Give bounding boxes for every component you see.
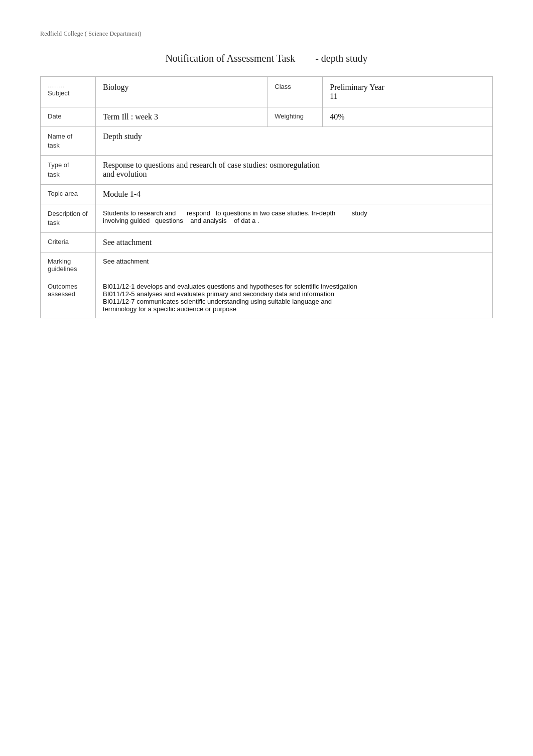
criteria-value: See attachment	[96, 233, 493, 253]
type-of-task-value: Response to questions and research of ca…	[96, 156, 493, 184]
subject-value: Biology	[96, 77, 268, 107]
assessment-table: ......... Subject Biology Class Prelimin…	[40, 76, 493, 318]
date-label: Date	[41, 107, 96, 127]
class-label: Class	[268, 77, 323, 107]
table-row-marking: Marking guidelines See attachment	[41, 253, 493, 278]
outcomes-value: BI011/12-1 develops and evaluates questi…	[96, 278, 493, 318]
description-value: Students to research and respond to ques…	[96, 204, 493, 232]
table-row-description: Description of task Students to research…	[41, 204, 493, 232]
weighting-label: Weighting	[268, 107, 323, 127]
table-row-topic: Topic area Module 1-4	[41, 184, 493, 204]
weighting-value: 40%	[323, 107, 493, 127]
institution-header: Redfield College ( Science Department)	[40, 30, 493, 38]
description-label: Description of task	[41, 204, 96, 232]
page-subtitle: - depth study	[315, 53, 367, 64]
name-of-task-label: Name of task	[41, 127, 96, 156]
class-value: Preliminary Year11	[323, 77, 493, 107]
topic-label: Topic area	[41, 184, 96, 204]
outcomes-label: Outcomes assessed	[41, 278, 96, 318]
page-title-row: Notification of Assessment Task - depth …	[40, 53, 493, 64]
table-row-name: Name of task Depth study	[41, 127, 493, 156]
table-row-subject: ......... Subject Biology Class Prelimin…	[41, 77, 493, 107]
topic-value: Module 1-4	[96, 184, 493, 204]
marking-value: See attachment	[96, 253, 493, 278]
type-of-task-label: Type of task	[41, 156, 96, 184]
page-title: Notification of Assessment Task	[165, 53, 295, 64]
table-row-criteria: Criteria See attachment	[41, 233, 493, 253]
table-row-date: Date Term Ill : week 3 Weighting 40%	[41, 107, 493, 127]
dotted-line: .........	[48, 83, 88, 88]
table-row-type: Type of task Response to questions and r…	[41, 156, 493, 184]
table-row-outcomes: Outcomes assessed BI011/12-1 develops an…	[41, 278, 493, 318]
marking-label: Marking guidelines	[41, 253, 96, 278]
criteria-label: Criteria	[41, 233, 96, 253]
name-of-task-value: Depth study	[96, 127, 493, 156]
subject-label: ......... Subject	[41, 77, 96, 107]
date-value: Term Ill : week 3	[96, 107, 268, 127]
